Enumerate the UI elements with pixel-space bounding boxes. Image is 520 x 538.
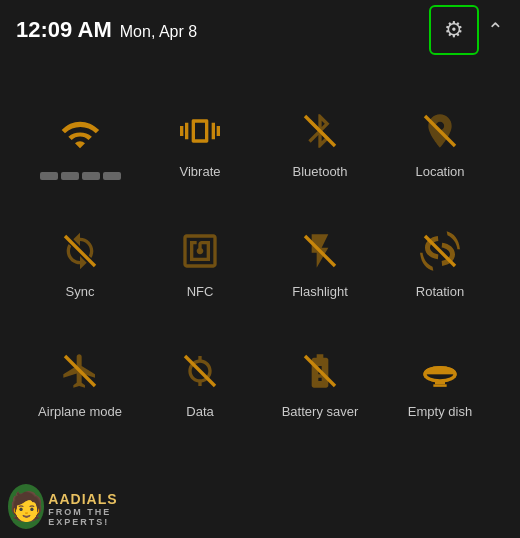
watermark-avatar: 🧑 [8, 484, 44, 529]
svg-rect-13 [433, 385, 446, 388]
quick-tiles: Vibrate Bluetooth Location [0, 60, 520, 440]
tile-nfc[interactable]: NFC [145, 190, 255, 300]
data-icon [175, 346, 225, 396]
time-date: 12:09 AM Mon, Apr 8 [16, 17, 197, 43]
sync-icon [55, 226, 105, 276]
gear-icon: ⚙ [444, 17, 464, 43]
tiles-row-2: Sync NFC Flashlight [20, 190, 500, 300]
tile-empty-dish-label: Empty dish [408, 404, 472, 420]
tile-flashlight[interactable]: Flashlight [265, 190, 375, 300]
nfc-icon [175, 226, 225, 276]
tiles-row-1: Vibrate Bluetooth Location [20, 70, 500, 180]
tile-bluetooth[interactable]: Bluetooth [265, 70, 375, 180]
tile-battery-saver-label: Battery saver [282, 404, 359, 420]
tile-bluetooth-label: Bluetooth [293, 164, 348, 180]
chevron-up-icon[interactable]: ⌃ [487, 18, 504, 42]
status-icons: ⚙ ⌃ [429, 5, 504, 55]
tile-airplane[interactable]: Airplane mode [25, 310, 135, 420]
location-icon [415, 106, 465, 156]
empty-dish-icon [415, 346, 465, 396]
settings-button[interactable]: ⚙ [429, 5, 479, 55]
wifi-name-blocks [40, 172, 121, 180]
tile-nfc-label: NFC [187, 284, 214, 300]
time-display: 12:09 AM [16, 17, 112, 43]
date-display: Mon, Apr 8 [120, 23, 197, 41]
watermark: 🧑 AADIALS FROM THE EXPERTS! [0, 478, 160, 538]
tile-location[interactable]: Location [385, 70, 495, 180]
tile-empty-dish[interactable]: Empty dish [385, 310, 495, 420]
vibrate-icon [175, 106, 225, 156]
tile-sync-label: Sync [66, 284, 95, 300]
tile-airplane-label: Airplane mode [38, 404, 122, 420]
tile-data-label: Data [186, 404, 213, 420]
tile-vibrate-label: Vibrate [180, 164, 221, 180]
tile-data[interactable]: Data [145, 310, 255, 420]
battery-saver-icon [295, 346, 345, 396]
watermark-text: FROM THE EXPERTS! [48, 507, 152, 527]
tile-location-label: Location [415, 164, 464, 180]
tile-flashlight-label: Flashlight [292, 284, 348, 300]
tile-sync[interactable]: Sync [25, 190, 135, 300]
rotation-icon [415, 226, 465, 276]
tile-vibrate[interactable]: Vibrate [145, 70, 255, 180]
tile-wifi[interactable] [25, 70, 135, 180]
svg-rect-12 [435, 381, 445, 384]
airplane-icon [55, 346, 105, 396]
tile-rotation[interactable]: Rotation [385, 190, 495, 300]
tiles-row-3: Airplane mode Data Battery saver [20, 310, 500, 420]
wifi-icon [55, 110, 105, 160]
bluetooth-icon [295, 106, 345, 156]
status-bar: 12:09 AM Mon, Apr 8 ⚙ ⌃ [0, 0, 520, 60]
flashlight-icon [295, 226, 345, 276]
tile-rotation-label: Rotation [416, 284, 464, 300]
tile-battery-saver[interactable]: Battery saver [265, 310, 375, 420]
